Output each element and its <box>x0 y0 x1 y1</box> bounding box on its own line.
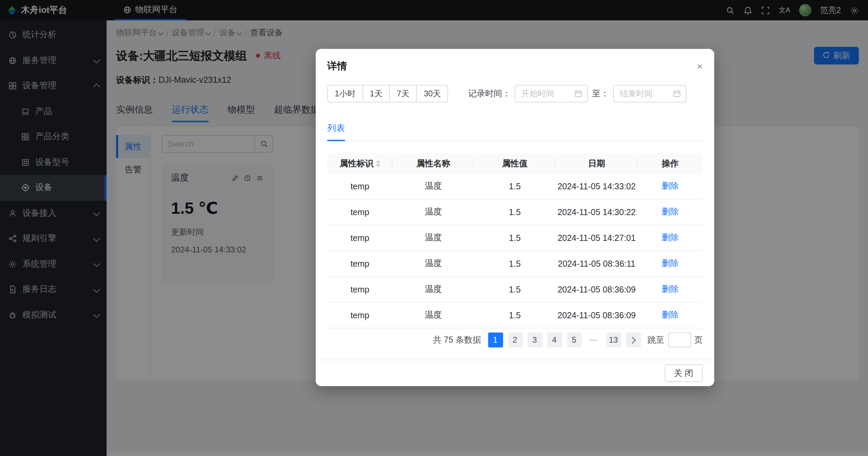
table-row: temp 温度 1.5 2024-11-05 08:36:09 删除 <box>327 277 703 302</box>
record-time-picker: 记录时间： 至： <box>468 85 686 102</box>
next-page-button[interactable] <box>626 332 641 347</box>
modal-tabs: 列表 <box>327 121 703 141</box>
calendar-icon <box>574 90 583 98</box>
cell-name: 温度 <box>392 199 474 225</box>
column-actions: 操作 <box>638 153 703 174</box>
range-1h-button[interactable]: 1小时 <box>327 85 363 102</box>
calendar-icon <box>673 90 681 98</box>
to-label: 至： <box>592 88 609 99</box>
delete-link[interactable]: 删除 <box>638 277 703 302</box>
cell-name: 温度 <box>392 225 474 251</box>
modal-header: 详情 × <box>316 49 714 78</box>
end-time-input[interactable] <box>618 88 670 99</box>
cell-date: 2024-11-05 08:36:09 <box>555 302 638 328</box>
total-count: 共 75 条数据 <box>433 334 481 346</box>
jump-suffix: 页 <box>694 334 703 346</box>
page-4-button[interactable]: 4 <box>547 332 562 347</box>
app-window: 木舟iot平台 物联网平台 文A 范亮2 <box>0 0 868 456</box>
pagination-ellipsis[interactable]: ••• <box>586 332 601 347</box>
range-1d-button[interactable]: 1天 <box>362 85 390 102</box>
cell-key: temp <box>327 251 392 277</box>
page-13-button[interactable]: 13 <box>606 332 621 347</box>
delete-link[interactable]: 删除 <box>638 251 703 277</box>
filter-row: 1小时 1天 7天 30天 记录时间： 至： <box>327 85 703 102</box>
cell-name: 温度 <box>392 174 474 199</box>
cell-name: 温度 <box>392 277 474 302</box>
cell-date: 2024-11-05 08:36:09 <box>555 277 638 302</box>
start-time-field <box>515 85 588 102</box>
cell-key: temp <box>327 199 392 225</box>
cell-name: 温度 <box>392 302 474 328</box>
modal-close-button[interactable]: 关 闭 <box>664 364 703 382</box>
page-jump-input[interactable] <box>668 332 691 347</box>
time-range-group: 1小时 1天 7天 30天 <box>327 85 448 102</box>
table-row: temp 温度 1.5 2024-11-05 08:36:11 删除 <box>327 251 703 277</box>
attributes-table: 属性标识 属性名称 属性值 日期 操作 temp 温度 1.5 <box>327 153 703 328</box>
column-attribute-name: 属性名称 <box>392 153 474 174</box>
delete-link[interactable]: 删除 <box>638 225 703 251</box>
page-2-button[interactable]: 2 <box>507 332 522 347</box>
end-time-field <box>613 85 686 102</box>
sort-icon[interactable] <box>376 160 380 167</box>
page-5-button[interactable]: 5 <box>567 332 581 347</box>
cell-date: 2024-11-05 08:36:11 <box>555 251 638 277</box>
delete-link[interactable]: 删除 <box>638 199 703 225</box>
pagination: 共 75 条数据 1 2 3 4 5 ••• 13 跳至 页 <box>327 332 703 347</box>
cell-key: temp <box>327 174 392 199</box>
table-row: temp 温度 1.5 2024-11-05 08:36:09 删除 <box>327 302 703 328</box>
cell-date: 2024-11-05 14:27:01 <box>555 225 638 251</box>
cell-value: 1.5 <box>474 225 555 251</box>
cell-value: 1.5 <box>474 302 555 328</box>
cell-key: temp <box>327 225 392 251</box>
cell-value: 1.5 <box>474 251 555 277</box>
range-7d-button[interactable]: 7天 <box>389 85 417 102</box>
table-header-row: 属性标识 属性名称 属性值 日期 操作 <box>327 153 703 174</box>
detail-modal: 详情 × 1小时 1天 7天 30天 记录时间： 至： <box>316 49 714 386</box>
tab-list[interactable]: 列表 <box>327 122 345 141</box>
cell-date: 2024-11-05 14:33:02 <box>555 174 638 199</box>
cell-date: 2024-11-05 14:30:22 <box>555 199 638 225</box>
delete-link[interactable]: 删除 <box>638 302 703 328</box>
cell-value: 1.5 <box>474 199 555 225</box>
range-30d-button[interactable]: 30天 <box>416 85 448 102</box>
record-time-label: 记录时间： <box>468 88 511 99</box>
delete-link[interactable]: 删除 <box>638 174 703 199</box>
chevron-right-icon <box>629 337 636 343</box>
column-date: 日期 <box>555 153 638 174</box>
page-jump: 跳至 页 <box>647 332 703 347</box>
modal-title: 详情 <box>327 60 347 73</box>
cell-key: temp <box>327 302 392 328</box>
table-row: temp 温度 1.5 2024-11-05 14:30:22 删除 <box>327 199 703 225</box>
cell-value: 1.5 <box>474 277 555 302</box>
close-icon[interactable]: × <box>697 61 703 71</box>
cell-key: temp <box>327 277 392 302</box>
start-time-input[interactable] <box>520 88 572 99</box>
column-attribute-key[interactable]: 属性标识 <box>327 153 392 174</box>
jump-label: 跳至 <box>647 334 664 346</box>
cell-value: 1.5 <box>474 174 555 199</box>
cell-name: 温度 <box>392 251 474 277</box>
table-row: temp 温度 1.5 2024-11-05 14:27:01 删除 <box>327 225 703 251</box>
page-3-button[interactable]: 3 <box>527 332 542 347</box>
table-row: temp 温度 1.5 2024-11-05 14:33:02 删除 <box>327 174 703 199</box>
modal-footer: 关 闭 <box>316 360 714 386</box>
page-1-button[interactable]: 1 <box>488 332 503 347</box>
modal-body: 1小时 1天 7天 30天 记录时间： 至： <box>316 78 714 360</box>
column-attribute-value: 属性值 <box>474 153 555 174</box>
